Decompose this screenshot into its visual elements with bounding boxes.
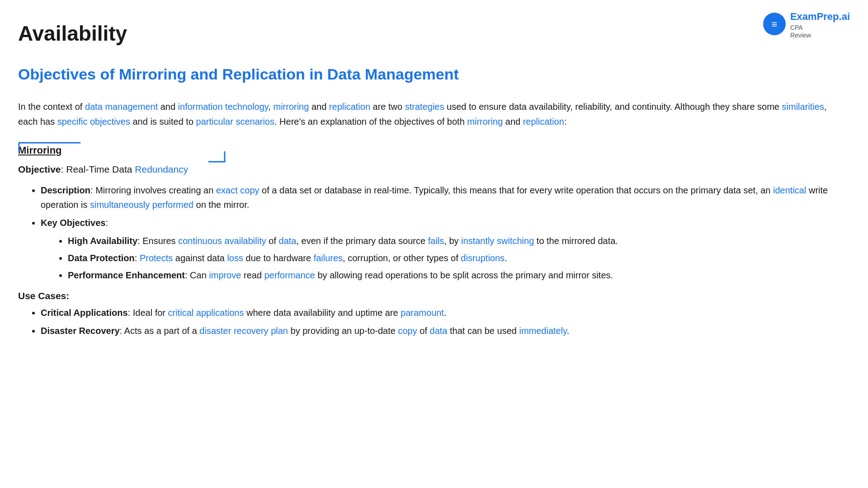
link-mirroring[interactable]: mirroring xyxy=(273,102,309,112)
link-replication[interactable]: replication xyxy=(329,102,370,112)
objective-label: Objective xyxy=(18,164,61,174)
logo-name: ExamPrep.ai xyxy=(790,9,850,24)
link-replication-2[interactable]: replication xyxy=(523,117,564,127)
section-heading: Objectives of Mirroring and Replication … xyxy=(18,63,845,86)
link-paramount[interactable]: paramount xyxy=(401,308,444,318)
link-loss[interactable]: loss xyxy=(227,253,243,263)
logo-area: ≡ ExamPrep.ai CPAReview xyxy=(763,9,850,39)
link-similarities[interactable]: similarities xyxy=(782,102,824,112)
desc-text-4: on the mirror. xyxy=(193,200,249,210)
logo-icon: ≡ xyxy=(763,13,786,35)
intro-text-8: and is suited to xyxy=(130,117,196,127)
link-identical[interactable]: identical xyxy=(773,185,806,195)
description-item: Description: Mirroring involves creating… xyxy=(41,183,845,212)
link-fails[interactable]: fails xyxy=(428,236,444,246)
disaster-recovery-label: Disaster Recovery xyxy=(41,326,120,336)
intro-text-4: and xyxy=(309,102,329,112)
description-label: Description xyxy=(41,185,90,195)
critical-applications-item: Critical Applications: Ideal for critica… xyxy=(41,305,845,320)
objective-line: Objective: Real-Time Data Redundancy xyxy=(18,162,845,177)
disaster-recovery-item: Disaster Recovery: Acts as a part of a d… xyxy=(41,324,845,338)
data-protection-label: Data Protection xyxy=(68,253,135,263)
performance-enhancement-item: Performance Enhancement: Can improve rea… xyxy=(68,268,845,282)
use-cases-list: Critical Applications: Ideal for critica… xyxy=(18,305,845,338)
objective-text-before: : Real-Time Data xyxy=(61,164,135,174)
intro-text-5: are two xyxy=(370,102,405,112)
link-improve[interactable]: improve xyxy=(209,270,241,280)
link-particular-scenarios[interactable]: particular scenarios xyxy=(196,117,274,127)
link-immediately[interactable]: immediately xyxy=(519,326,566,336)
page-title: Availability xyxy=(18,18,845,49)
desc-text-2: of a data set or database in real-time. … xyxy=(259,185,774,195)
link-instantly-switching[interactable]: instantly switching xyxy=(461,236,534,246)
key-objectives-item: Key Objectives: High Availability: Ensur… xyxy=(41,216,845,282)
link-disruptions[interactable]: disruptions xyxy=(461,253,505,263)
link-information-technology[interactable]: information technology xyxy=(178,102,269,112)
logo-name-part1: Exam xyxy=(790,11,817,22)
key-objectives-colon: : xyxy=(105,218,108,228)
link-disaster-recovery-plan[interactable]: disaster recovery plan xyxy=(199,326,288,336)
intro-text-3: , xyxy=(268,102,273,112)
link-redundancy[interactable]: Redundancy xyxy=(135,164,188,174)
link-critical-applications[interactable]: critical applications xyxy=(168,308,244,318)
link-data-management[interactable]: data management xyxy=(85,102,158,112)
key-objectives-list: High Availability: Ensures continuous av… xyxy=(41,234,845,282)
intro-paragraph: In the context of data management and in… xyxy=(18,99,845,129)
link-specific-objectives[interactable]: specific objectives xyxy=(57,117,130,127)
intro-text-1: In the context of xyxy=(18,102,85,112)
desc-text-1: : Mirroring involves creating an xyxy=(90,185,216,195)
intro-text-end: : xyxy=(564,117,567,127)
intro-text-6: used to ensure data availability, reliab… xyxy=(444,102,782,112)
link-mirroring-2[interactable]: mirroring xyxy=(467,117,503,127)
link-simultaneously-performed[interactable]: simultaneously performed xyxy=(90,200,193,210)
high-availability-item: High Availability: Ensures continuous av… xyxy=(68,234,845,248)
performance-enhancement-label: Performance Enhancement xyxy=(68,270,185,280)
use-cases-label: Use Cases: xyxy=(18,289,845,303)
link-protects[interactable]: Protects xyxy=(140,253,173,263)
logo-name-part2: Prep.ai xyxy=(817,11,850,22)
link-continuous-availability[interactable]: continuous availability xyxy=(178,236,266,246)
logo-subtitle: CPAReview xyxy=(790,24,811,39)
key-objectives-label: Key Objectives xyxy=(41,218,105,228)
intro-text-2: and xyxy=(158,102,178,112)
mirroring-section: Mirroring Objective: Real-Time Data Redu… xyxy=(18,143,845,338)
link-data-1[interactable]: data xyxy=(279,236,297,246)
intro-text-9: . Here's an explanation of the objective… xyxy=(274,117,467,127)
description-list: Description: Mirroring involves creating… xyxy=(18,183,845,282)
link-exact-copy[interactable]: exact copy xyxy=(216,185,259,195)
logo-icon-symbol: ≡ xyxy=(771,17,777,32)
critical-applications-label: Critical Applications xyxy=(41,308,128,318)
link-failures[interactable]: failures xyxy=(314,253,343,263)
logo-text: ExamPrep.ai CPAReview xyxy=(790,9,850,39)
link-copy[interactable]: copy xyxy=(398,326,417,336)
intro-text-10: and xyxy=(503,117,523,127)
link-performance[interactable]: performance xyxy=(264,270,315,280)
link-data-2[interactable]: data xyxy=(430,326,448,336)
mirroring-label: Mirroring xyxy=(18,143,62,158)
high-availability-label: High Availability xyxy=(68,236,137,246)
link-strategies[interactable]: strategies xyxy=(405,102,444,112)
data-protection-item: Data Protection: Protects against data l… xyxy=(68,251,845,265)
